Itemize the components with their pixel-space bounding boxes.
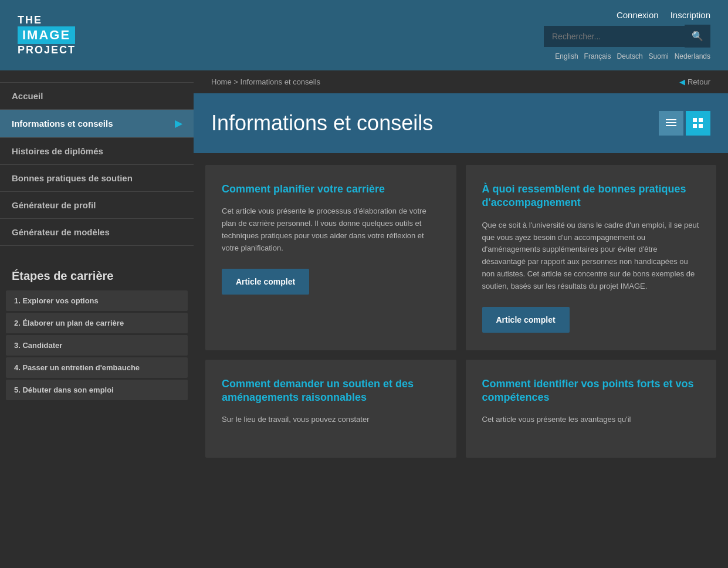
lang-francais[interactable]: Français [584, 52, 611, 60]
career-step-2[interactable]: 2. Élaborer un plan de carrière [6, 313, 188, 333]
logo-image: IMAGE [18, 26, 75, 44]
grid-view-button[interactable] [686, 111, 710, 136]
lang-deutsch[interactable]: Deutsch [617, 52, 643, 60]
header: THE IMAGE PROJECT Connexion Inscription … [0, 0, 728, 70]
career-steps-list: 1. Explorer vos options 2. Élaborer un p… [0, 290, 194, 400]
sidebar-item-histoires[interactable]: Histoires de diplômés [0, 137, 194, 164]
page-header: Informations et conseils [194, 93, 728, 153]
card-1-title: Comment planifier votre carrière [222, 182, 440, 196]
grid-icon [692, 117, 705, 130]
header-nav: Connexion Inscription [617, 10, 710, 20]
lang-english[interactable]: English [555, 52, 578, 60]
card-2-text: Que ce soit à l'université ou dans le ca… [482, 219, 700, 293]
breadcrumb: Home > Informations et conseils [211, 77, 320, 86]
main-layout: Accueil Informations et conseils ▶ Histo… [0, 70, 728, 568]
logo: THE IMAGE PROJECT [18, 14, 76, 56]
sidebar-item-bonnes[interactable]: Bonnes pratiques de soutien [0, 164, 194, 191]
sidebar-label-informations: Informations et conseils [12, 119, 113, 129]
card-3-text: Sur le lieu de travail, vous pouvez cons… [222, 414, 440, 426]
connexion-link[interactable]: Connexion [617, 10, 659, 20]
svg-rect-3 [693, 118, 697, 122]
card-1-button[interactable]: Article complet [222, 269, 309, 295]
sidebar-label-histoires: Histoires de diplômés [12, 146, 103, 156]
list-view-button[interactable] [659, 111, 683, 136]
cards-grid: Comment planifier votre carrière Cet art… [205, 165, 716, 458]
sidebar-label-generateur-modeles: Générateur de modèles [12, 227, 110, 237]
breadcrumb-separator: > [233, 77, 238, 86]
search-row: 🔍 [544, 25, 710, 48]
list-icon [665, 117, 678, 130]
page-title: Informations et conseils [211, 111, 433, 136]
cards-area: Comment planifier votre carrière Cet art… [194, 153, 728, 469]
card-4-text: Cet article vous présente les avantages … [482, 414, 700, 426]
header-right: Connexion Inscription 🔍 English Français… [544, 10, 710, 60]
svg-rect-4 [699, 118, 703, 122]
sidebar-label-accueil: Accueil [12, 91, 43, 101]
sidebar-item-informations[interactable]: Informations et conseils ▶ [0, 109, 194, 137]
search-button[interactable]: 🔍 [685, 25, 710, 48]
main-content: Home > Informations et conseils ◀ Retour… [194, 70, 728, 568]
career-step-1[interactable]: 1. Explorer vos options [6, 290, 188, 311]
back-button[interactable]: ◀ Retour [679, 77, 710, 86]
sidebar-item-accueil[interactable]: Accueil [0, 82, 194, 109]
svg-rect-2 [666, 125, 676, 126]
search-input[interactable] [544, 26, 685, 47]
card-3-title: Comment demander un soutien et des aména… [222, 377, 440, 405]
sidebar-item-generateur-profil[interactable]: Générateur de profil [0, 191, 194, 218]
language-links: English Français Deutsch Suomi Nederland… [555, 52, 710, 60]
career-step-3[interactable]: 3. Candidater [6, 335, 188, 356]
lang-suomi[interactable]: Suomi [649, 52, 669, 60]
lang-nederlands[interactable]: Nederlands [675, 52, 710, 60]
sidebar-label-generateur-profil: Générateur de profil [12, 200, 96, 210]
breadcrumb-home[interactable]: Home [211, 77, 232, 86]
breadcrumb-bar: Home > Informations et conseils ◀ Retour [194, 70, 728, 93]
logo-the: THE [18, 14, 42, 26]
sidebar-item-generateur-modeles[interactable]: Générateur de modèles [0, 218, 194, 245]
arrow-icon: ▶ [175, 118, 182, 129]
card-4-title: Comment identifier vos points forts et v… [482, 377, 700, 405]
svg-rect-1 [666, 122, 676, 123]
sidebar: Accueil Informations et conseils ▶ Histo… [0, 70, 194, 568]
career-step-5[interactable]: 5. Débuter dans son emploi [6, 380, 188, 400]
back-arrow-icon: ◀ [679, 77, 685, 86]
logo-project: PROJECT [18, 44, 76, 56]
view-toggle [659, 111, 710, 136]
card-2-title: À quoi ressemblent de bonnes pratiques d… [482, 182, 700, 210]
inscription-link[interactable]: Inscription [671, 10, 710, 20]
card-1-text: Cet article vous présente le processus d… [222, 205, 440, 254]
card-2-button[interactable]: Article complet [482, 307, 570, 333]
sidebar-label-bonnes: Bonnes pratiques de soutien [12, 173, 133, 183]
sidebar-menu: Accueil Informations et conseils ▶ Histo… [0, 82, 194, 246]
card-1: Comment planifier votre carrière Cet art… [205, 165, 456, 350]
svg-rect-5 [693, 124, 697, 128]
career-step-4[interactable]: 4. Passer un entretien d'embauche [6, 357, 188, 378]
svg-rect-6 [699, 124, 703, 128]
svg-rect-0 [666, 119, 676, 120]
card-3: Comment demander un soutien et des aména… [205, 360, 456, 458]
career-section-title: Étapes de carrière [0, 258, 194, 289]
card-4: Comment identifier vos points forts et v… [466, 360, 717, 458]
back-label: Retour [688, 77, 710, 86]
card-2: À quoi ressemblent de bonnes pratiques d… [466, 165, 717, 350]
breadcrumb-current: Informations et conseils [241, 77, 321, 86]
